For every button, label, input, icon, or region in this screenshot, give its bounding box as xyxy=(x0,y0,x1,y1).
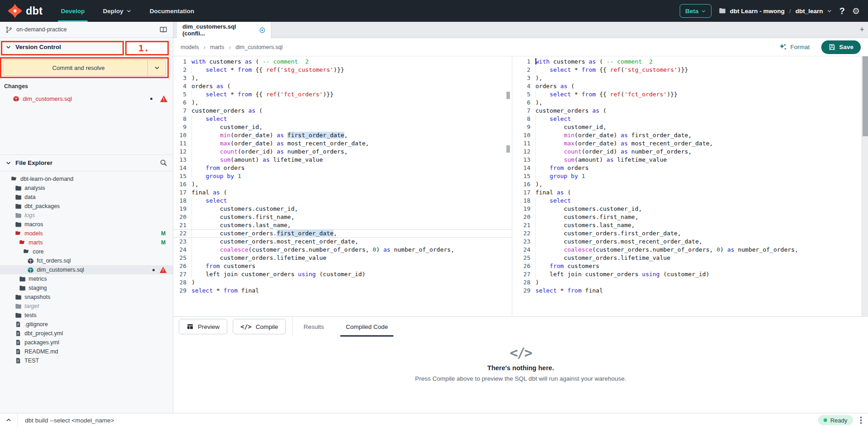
code-line[interactable]: 2 select * from {{ ref('stg_customers')}… xyxy=(517,66,853,74)
settings-gear-icon[interactable]: ⚙ xyxy=(852,6,860,16)
code-line[interactable]: 27 left join customer_orders using (cust… xyxy=(173,270,512,278)
code-pane-left[interactable]: 1with customers as ( -- comment 22 selec… xyxy=(173,56,512,316)
code-line[interactable]: 16), xyxy=(517,180,853,189)
code-line[interactable]: 17final as ( xyxy=(173,189,512,197)
code-line[interactable]: 5 select * from {{ ref('fct_orders')}} xyxy=(517,90,853,99)
compile-button[interactable]: </> Compile xyxy=(233,319,286,334)
tab-dim-customers[interactable]: dim_customers.sql (confli... xyxy=(177,22,271,38)
code-line[interactable]: 4orders as ( xyxy=(517,82,853,90)
code-line[interactable]: 6), xyxy=(517,99,853,107)
code-line[interactable]: 12 count(order_id) as number_of_orders, xyxy=(517,148,853,156)
nav-documentation[interactable]: Documentation xyxy=(141,0,203,22)
code-line[interactable]: 3), xyxy=(517,74,853,82)
save-button[interactable]: Save xyxy=(821,40,861,54)
code-line[interactable]: 2 select * from {{ ref('stg_customers')}… xyxy=(173,66,512,74)
scrollbar-thumb[interactable] xyxy=(506,145,510,153)
tree-item-snapshots[interactable]: snapshots xyxy=(0,293,173,302)
tree-item-marts[interactable]: martsM xyxy=(0,238,173,247)
tree-item-core[interactable]: core xyxy=(0,247,173,256)
beta-button[interactable]: Beta xyxy=(680,4,711,18)
tab-results[interactable]: Results xyxy=(293,317,335,337)
breadcrumb-file[interactable]: dim_customers.sql xyxy=(235,44,283,50)
format-button[interactable]: Format xyxy=(779,43,810,51)
tree-item-test[interactable]: TEST xyxy=(0,356,173,365)
tab-compiled-code[interactable]: Compiled Code xyxy=(335,317,399,337)
tree-item-dim-customers-sql[interactable]: dim_customers.sql xyxy=(0,265,173,274)
tree-item-readme-md[interactable]: README.md xyxy=(0,347,173,356)
code-line[interactable]: 22 customer_orders.first_order_date, xyxy=(517,229,853,238)
code-line[interactable]: 23 customer_orders.most_recent_order_dat… xyxy=(517,238,853,246)
tree-item-metrics[interactable]: metrics xyxy=(0,274,173,283)
code-line[interactable]: 16), xyxy=(173,180,512,189)
code-pane-right[interactable]: 1with customers as ( -- comment 22 selec… xyxy=(517,56,853,316)
code-line[interactable]: 20 customers.first_name, xyxy=(173,213,512,221)
help-icon[interactable]: ? xyxy=(839,6,845,16)
git-branch-row[interactable]: on-demand-practice xyxy=(0,22,173,38)
tree-item-dbt-packages[interactable]: dbt_packages xyxy=(0,202,173,211)
code-line[interactable]: 20 customers.first_name, xyxy=(517,213,853,221)
command-input[interactable]: dbt build --select <model_name> xyxy=(18,417,818,424)
breadcrumb-models[interactable]: models xyxy=(181,44,199,50)
tree-item--gitignore[interactable]: .gitignore xyxy=(0,320,173,329)
commit-dropdown-caret[interactable] xyxy=(147,60,166,75)
code-line[interactable]: 11 max(order_date) as most_recent_order_… xyxy=(517,139,853,148)
code-line[interactable]: 1with customers as ( -- comment 2 xyxy=(517,58,853,66)
tree-item-fct-orders-sql[interactable]: fct_orders.sql xyxy=(0,256,173,265)
code-line[interactable]: 18 select xyxy=(173,197,512,205)
code-line[interactable]: 26 from customers xyxy=(173,262,512,270)
code-line[interactable]: 11 max(order_date) as most_recent_order_… xyxy=(173,139,512,148)
tree-item-dbt-learn-on-demand[interactable]: dbt-learn-on-demand xyxy=(0,174,173,184)
right-scrollbar-track[interactable] xyxy=(862,56,868,316)
code-line[interactable]: 29select * from final xyxy=(517,287,853,295)
code-line[interactable]: 25 customer_orders.lifetime_value xyxy=(173,254,512,262)
kebab-menu-icon[interactable] xyxy=(859,417,868,424)
code-line[interactable]: 21 customers.last_name, xyxy=(517,221,853,229)
code-line[interactable]: 10 min(order_date) as first_order_date, xyxy=(517,131,853,139)
scrollbar-thumb[interactable] xyxy=(506,92,510,99)
breadcrumb-marts[interactable]: marts xyxy=(210,44,224,50)
code-line[interactable]: 23 customer_orders.most_recent_order_dat… xyxy=(173,238,512,246)
tree-item-models[interactable]: modelsM xyxy=(0,229,173,238)
version-control-header[interactable]: Version Control xyxy=(0,38,173,57)
project-switcher[interactable]: dbt Learn - mwong / dbt_learn xyxy=(719,7,832,15)
tree-item-packages-yml[interactable]: packages.yml xyxy=(0,338,173,347)
code-line[interactable]: 7customer_orders as ( xyxy=(517,107,853,115)
code-line[interactable]: 19 customers.customer_id, xyxy=(517,205,853,213)
dbt-logo[interactable]: dbt xyxy=(0,3,52,19)
code-line[interactable]: 9 customer_id, xyxy=(517,123,853,131)
code-line[interactable]: 15 group by 1 xyxy=(173,172,512,180)
code-line[interactable]: 27 left join customer_orders using (cust… xyxy=(517,270,853,278)
code-line[interactable]: 8 select xyxy=(173,115,512,123)
code-line[interactable]: 24 coalesce(customer_orders.number_of_or… xyxy=(173,246,512,254)
code-line[interactable]: 6), xyxy=(173,99,512,107)
code-line[interactable]: 4orders as ( xyxy=(173,82,512,90)
code-line[interactable]: 29select * from final xyxy=(173,287,512,295)
code-line[interactable]: 24 coalesce(customer_orders.number_of_or… xyxy=(517,246,853,254)
file-explorer-header[interactable]: File Explorer xyxy=(0,154,173,171)
code-line[interactable]: 14 from orders xyxy=(517,164,853,172)
nav-deploy[interactable]: Deploy xyxy=(94,0,141,22)
chevron-up-icon[interactable] xyxy=(0,417,17,423)
code-line[interactable]: 22 customer_orders.first_order_date, xyxy=(173,229,512,238)
code-line[interactable]: 1with customers as ( -- comment 2 xyxy=(173,58,512,66)
code-line[interactable]: 8 select xyxy=(517,115,853,123)
code-line[interactable]: 21 customers.last_name, xyxy=(173,221,512,229)
code-line[interactable]: 17final as ( xyxy=(517,189,853,197)
code-line[interactable]: 14 from orders xyxy=(173,164,512,172)
tree-item-dbt-project-yml[interactable]: dbt_project.yml xyxy=(0,329,173,338)
code-line[interactable]: 7customer_orders as ( xyxy=(173,107,512,115)
code-line[interactable]: 28) xyxy=(173,278,512,287)
commit-and-resolve-button[interactable]: Commit and resolve xyxy=(3,60,166,76)
code-line[interactable]: 25 customer_orders.lifetime_value xyxy=(517,254,853,262)
code-line[interactable]: 28) xyxy=(517,278,853,287)
code-line[interactable]: 13 sum(amount) as lifetime_value xyxy=(173,156,512,164)
code-line[interactable]: 13 sum(amount) as lifetime_value xyxy=(517,156,853,164)
code-line[interactable]: 15 group by 1 xyxy=(517,172,853,180)
code-line[interactable]: 18 select xyxy=(517,197,853,205)
left-pane-scrollbar[interactable] xyxy=(506,56,510,316)
nav-develop[interactable]: Develop xyxy=(52,0,94,22)
tree-item-logs[interactable]: logs xyxy=(0,211,173,220)
code-line[interactable]: 5 select * from {{ ref('fct_orders')}} xyxy=(173,90,512,99)
code-line[interactable]: 26 from customers xyxy=(517,262,853,270)
code-line[interactable]: 3), xyxy=(173,74,512,82)
